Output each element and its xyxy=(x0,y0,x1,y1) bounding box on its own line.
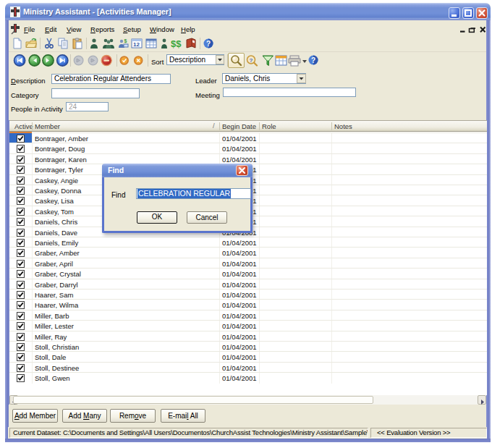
svg-text:?: ? xyxy=(250,57,253,64)
svg-text:$: $ xyxy=(124,38,127,44)
svg-text:12: 12 xyxy=(133,41,140,48)
svg-text:?: ? xyxy=(311,56,315,64)
svg-text:?: ? xyxy=(206,40,211,48)
svg-text:$$: $$ xyxy=(171,38,182,49)
